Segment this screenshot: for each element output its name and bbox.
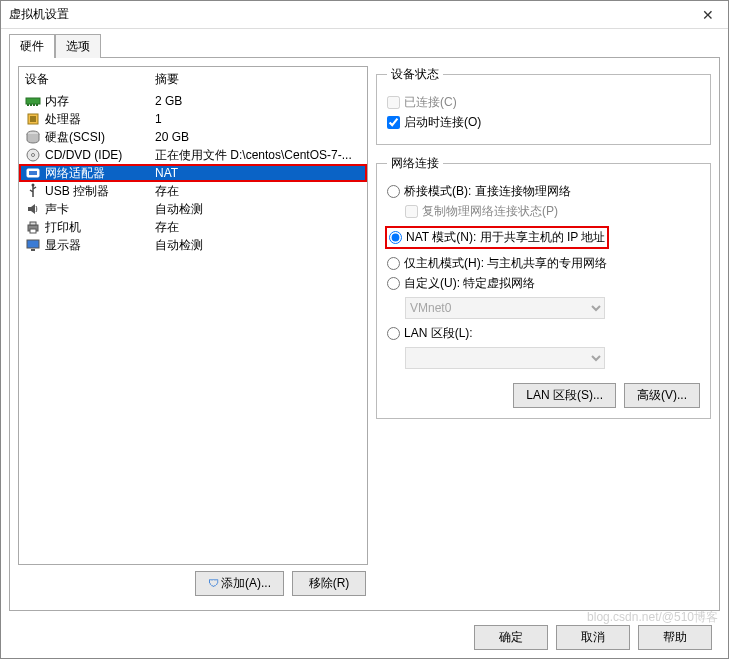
svg-rect-14: [30, 222, 36, 225]
printer-icon: [25, 219, 41, 235]
lan-radio-row[interactable]: LAN 区段(L):: [387, 325, 700, 342]
display-icon: [25, 237, 41, 253]
connect-on-power-checkbox[interactable]: [387, 116, 400, 129]
custom-radio[interactable]: [387, 277, 400, 290]
svg-rect-2: [30, 104, 32, 106]
cancel-button[interactable]: 取消: [556, 625, 630, 650]
svg-rect-6: [30, 116, 36, 122]
hardware-list-header: 设备 摘要: [19, 67, 367, 92]
dialog-buttons: 确定 取消 帮助: [1, 617, 728, 658]
help-button[interactable]: 帮助: [638, 625, 712, 650]
svg-point-12: [32, 184, 35, 187]
connected-checkbox-row[interactable]: 已连接(C): [387, 94, 700, 111]
connect-on-power-checkbox-row[interactable]: 启动时连接(O): [387, 114, 700, 131]
cpu-icon: [25, 111, 41, 127]
svg-rect-11: [29, 171, 37, 175]
tab-panel: 设备 摘要 内存 2 GB 处理器 1 硬盘(S: [9, 57, 720, 611]
right-column: 设备状态 已连接(C) 启动时连接(O) 网络连接 桥接模式(B): 直接连接物…: [376, 66, 711, 602]
hw-row-usb[interactable]: USB 控制器 存在: [19, 182, 367, 200]
device-status-group: 设备状态 已连接(C) 启动时连接(O): [376, 66, 711, 145]
network-connection-legend: 网络连接: [387, 155, 443, 172]
svg-rect-16: [27, 240, 39, 248]
bridged-radio[interactable]: [387, 185, 400, 198]
sound-icon: [25, 201, 41, 217]
hw-row-printer[interactable]: 打印机 存在: [19, 218, 367, 236]
tab-options[interactable]: 选项: [55, 34, 101, 58]
hw-row-display[interactable]: 显示器 自动检测: [19, 236, 367, 254]
device-status-legend: 设备状态: [387, 66, 443, 83]
hw-row-memory[interactable]: 内存 2 GB: [19, 92, 367, 110]
custom-network-select: VMnet0: [405, 297, 605, 319]
network-extra-buttons: LAN 区段(S)... 高级(V)...: [387, 383, 700, 408]
hw-row-sound[interactable]: 声卡 自动检测: [19, 200, 367, 218]
titlebar: 虚拟机设置 ✕: [1, 1, 728, 29]
usb-icon: [25, 183, 41, 199]
close-icon: ✕: [702, 7, 714, 23]
svg-rect-15: [30, 229, 36, 233]
network-connection-group: 网络连接 桥接模式(B): 直接连接物理网络 复制物理网络连接状态(P) NAT…: [376, 155, 711, 419]
hardware-list[interactable]: 内存 2 GB 处理器 1 硬盘(SCSI) 20 GB: [19, 92, 367, 564]
add-button[interactable]: 🛡添加(A)...: [195, 571, 284, 596]
bridged-radio-row[interactable]: 桥接模式(B): 直接连接物理网络: [387, 183, 700, 200]
close-button[interactable]: ✕: [688, 1, 728, 28]
svg-rect-4: [36, 104, 38, 106]
svg-point-9: [32, 154, 35, 157]
nat-radio[interactable]: [389, 231, 402, 244]
replicate-checkbox-row: 复制物理网络连接状态(P): [405, 203, 700, 220]
svg-rect-3: [33, 104, 35, 106]
hdd-icon: [25, 129, 41, 145]
hw-row-hdd[interactable]: 硬盘(SCSI) 20 GB: [19, 128, 367, 146]
window-title: 虚拟机设置: [9, 6, 688, 23]
remove-button[interactable]: 移除(R): [292, 571, 366, 596]
svg-rect-1: [27, 104, 29, 106]
lan-segment-select: [405, 347, 605, 369]
hostonly-radio-row[interactable]: 仅主机模式(H): 与主机共享的专用网络: [387, 255, 700, 272]
vm-settings-window: 虚拟机设置 ✕ 硬件 选项 设备 摘要 内存 2 GB: [0, 0, 729, 659]
hw-row-cpu[interactable]: 处理器 1: [19, 110, 367, 128]
lan-segments-button[interactable]: LAN 区段(S)...: [513, 383, 616, 408]
hardware-list-box: 设备 摘要 内存 2 GB 处理器 1 硬盘(S: [18, 66, 368, 565]
hostonly-radio[interactable]: [387, 257, 400, 270]
custom-radio-row[interactable]: 自定义(U): 特定虚拟网络: [387, 275, 700, 292]
hw-row-cd[interactable]: CD/DVD (IDE) 正在使用文件 D:\centos\CentOS-7-.…: [19, 146, 367, 164]
svg-rect-0: [26, 98, 40, 104]
replicate-checkbox: [405, 205, 418, 218]
tab-strip: 硬件 选项: [1, 29, 728, 57]
memory-icon: [25, 93, 41, 109]
svg-rect-17: [31, 249, 35, 251]
tab-hardware[interactable]: 硬件: [9, 34, 55, 58]
nat-radio-row[interactable]: NAT 模式(N): 用于共享主机的 IP 地址: [385, 226, 609, 249]
connected-checkbox: [387, 96, 400, 109]
hardware-actions: 🛡添加(A)... 移除(R): [18, 565, 368, 602]
shield-icon: 🛡: [208, 577, 219, 589]
cd-icon: [25, 147, 41, 163]
advanced-button[interactable]: 高级(V)...: [624, 383, 700, 408]
lan-radio[interactable]: [387, 327, 400, 340]
ok-button[interactable]: 确定: [474, 625, 548, 650]
hw-row-network[interactable]: 网络适配器 NAT: [19, 164, 367, 182]
net-icon: [25, 165, 41, 181]
col-device: 设备: [25, 71, 155, 88]
left-column: 设备 摘要 内存 2 GB 处理器 1 硬盘(S: [18, 66, 368, 602]
col-summary: 摘要: [155, 71, 179, 88]
